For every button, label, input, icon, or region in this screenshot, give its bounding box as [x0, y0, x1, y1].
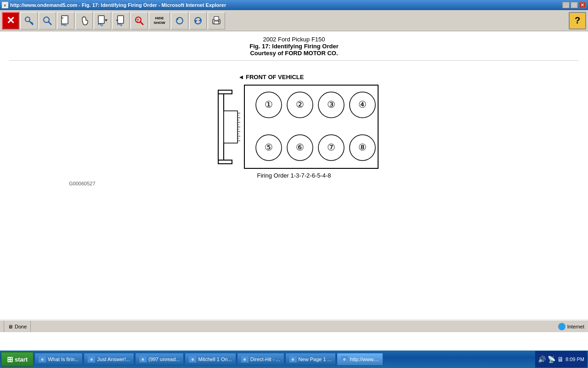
gcode-text: G00060527 — [69, 181, 96, 186]
svg-point-0 — [25, 17, 30, 22]
close-window-button[interactable]: ✕ — [579, 2, 586, 8]
print-button[interactable] — [208, 12, 225, 29]
svg-text:Fig.: Fig. — [117, 23, 123, 26]
taskbar-item-7[interactable]: e http://www.... — [337, 353, 383, 366]
svg-rect-25 — [218, 160, 232, 164]
key-tool-button[interactable] — [20, 12, 38, 29]
engine-diagram: ① ② ③ ④ ⑤ ⑥ — [209, 84, 379, 169]
status-zone: 🌐 Internet — [558, 323, 584, 330]
refresh-button[interactable] — [171, 12, 188, 29]
ie-icon-5: e — [241, 356, 249, 362]
figure-tool-button[interactable]: Fig. — [57, 12, 74, 29]
fig-next-button[interactable]: Fig. — [94, 12, 111, 29]
status-icon: 🖥 — [8, 324, 13, 329]
reload-button[interactable] — [189, 12, 207, 29]
vehicle-title: 2002 Ford Pickup F150 — [9, 36, 579, 43]
hand-tool-button[interactable] — [75, 12, 93, 29]
taskbar-item-6[interactable]: e New Page 1 ... — [285, 353, 336, 366]
search-tool-button[interactable] — [39, 12, 56, 29]
toolbar: ✕ Fig. Fig. Fig. ? HIDE SHOW ? — [0, 10, 588, 31]
ie-icon-3: e — [139, 356, 147, 362]
svg-rect-21 — [214, 21, 219, 24]
help-icon: ? — [575, 15, 580, 26]
taskbar-label-5: Direct-Hit - ... — [250, 356, 280, 362]
start-label: start — [15, 356, 28, 363]
start-button[interactable]: ⊞ start — [1, 352, 34, 367]
svg-text:⑧: ⑧ — [358, 142, 367, 152]
taskbar-item-5[interactable]: e Direct-Hit - ... — [237, 353, 284, 366]
svg-text:?: ? — [136, 18, 139, 23]
svg-rect-24 — [218, 90, 232, 94]
diagram-area: ◄ FRONT OF VEHICLE — [9, 64, 579, 191]
find-tool-button[interactable]: ? — [130, 12, 148, 29]
svg-text:③: ③ — [327, 99, 335, 109]
taskbar-item-3[interactable]: e (997 unread... — [135, 353, 184, 366]
cylinder-diagram-svg: ① ② ③ ④ ⑤ ⑥ — [243, 84, 379, 169]
title-bar: e http://www.ondemand5.com - Fig. 17: Id… — [0, 0, 588, 10]
svg-text:Fig.: Fig. — [98, 23, 103, 26]
svg-rect-20 — [214, 17, 219, 20]
engine-side-svg — [209, 86, 243, 168]
title-bar-text: http://www.ondemand5.com - Fig. 17: Iden… — [10, 2, 562, 8]
tray-icons: 🔊 📡 🖥 — [538, 356, 564, 363]
ie-icon-7: e — [341, 356, 348, 362]
fig-prev-button[interactable]: Fig. — [112, 12, 130, 29]
hide-show-button[interactable]: HIDE SHOW — [149, 12, 170, 29]
ie-icon: e — [2, 2, 8, 8]
svg-marker-14 — [116, 19, 118, 21]
page-title-area: 2002 Ford Pickup F150 Fig. 17: Identifyi… — [9, 36, 579, 57]
diagram-labels: Firing Order 1-3-7-2-6-5-4-8 — [257, 169, 331, 179]
status-text: Done — [15, 324, 27, 329]
svg-line-16 — [140, 22, 143, 25]
minimize-button[interactable]: _ — [562, 2, 570, 8]
svg-point-18 — [176, 17, 183, 24]
taskbar-right: 🔊 📡 🖥 8:09 PM — [535, 351, 587, 368]
svg-text:①: ① — [265, 99, 273, 109]
svg-line-2 — [31, 22, 32, 23]
ie-icon-2: e — [88, 356, 95, 362]
taskbar-item-1[interactable]: e What Is firin... — [34, 353, 83, 366]
svg-point-22 — [218, 20, 220, 22]
window-controls: _ □ ✕ — [562, 2, 586, 8]
svg-rect-23 — [218, 90, 224, 164]
taskbar-label-2: Just Answer!... — [97, 356, 130, 362]
taskbar-label-7: http://www.... — [350, 356, 379, 362]
taskbar-label-3: (997 unread... — [148, 356, 180, 362]
zone-text: Internet — [567, 324, 584, 329]
status-done: 🖥 Done — [4, 321, 31, 332]
taskbar: ⊞ start e What Is firin... e Just Answer… — [0, 351, 588, 368]
svg-marker-11 — [105, 19, 107, 22]
courtesy-text: Courtesy of FORD MOTOR CO. — [9, 50, 579, 57]
fig-title: Fig. 17: Identifying Firing Order — [9, 43, 579, 50]
svg-line-3 — [32, 23, 33, 24]
svg-text:⑦: ⑦ — [327, 142, 335, 152]
internet-icon: 🌐 — [558, 323, 565, 330]
svg-text:Fig.: Fig. — [61, 23, 67, 26]
taskbar-item-4[interactable]: e Mitchell 1 On... — [185, 353, 236, 366]
ie-icon-4: e — [189, 356, 196, 362]
svg-text:⑥: ⑥ — [296, 142, 304, 152]
ie-icon-1: e — [39, 356, 46, 362]
taskbar-label-1: What Is firin... — [48, 356, 79, 362]
svg-line-5 — [48, 22, 51, 25]
front-label: ◄ FRONT OF VEHICLE — [238, 74, 304, 80]
firing-order-text: Firing Order 1-3-7-2-6-5-4-8 — [257, 172, 331, 179]
taskbar-label-4: Mitchell 1 On... — [198, 356, 232, 362]
status-bar: 🖥 Done 🌐 Internet — [0, 320, 588, 332]
svg-text:⑤: ⑤ — [265, 142, 273, 152]
svg-text:④: ④ — [358, 99, 367, 109]
svg-rect-26 — [224, 111, 237, 143]
start-icon: ⊞ — [7, 355, 13, 364]
restore-button[interactable]: □ — [571, 2, 578, 8]
system-clock: 8:09 PM — [565, 356, 584, 362]
main-content: 2002 Ford Pickup F150 Fig. 17: Identifyi… — [0, 31, 588, 320]
taskbar-label-6: New Page 1 ... — [299, 356, 332, 362]
ie-icon-6: e — [289, 356, 297, 362]
taskbar-item-2[interactable]: e Just Answer!... — [84, 353, 134, 366]
help-button[interactable]: ? — [569, 12, 586, 29]
svg-text:②: ② — [296, 99, 304, 109]
title-divider — [9, 60, 579, 61]
close-red-button[interactable]: ✕ — [2, 12, 19, 29]
